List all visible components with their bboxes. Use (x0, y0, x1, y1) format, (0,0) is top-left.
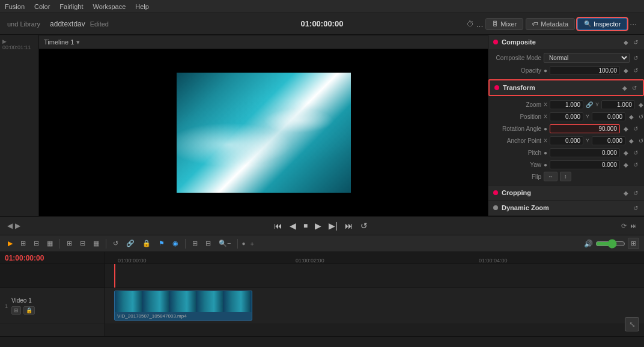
pitch-value[interactable] (550, 148, 620, 157)
flag-btn[interactable]: ⚑ (156, 238, 168, 249)
dynamic-trim-tool[interactable]: ⊟ (31, 238, 42, 249)
fx2-btn[interactable]: ⊟ (202, 238, 214, 249)
position-x-value[interactable] (550, 112, 583, 121)
menu-help[interactable]: Help (135, 3, 149, 10)
slide-tool[interactable]: ⊟ (77, 238, 88, 249)
volume-slider[interactable] (595, 239, 625, 249)
menu-color[interactable]: Color (34, 3, 50, 10)
video-clip[interactable]: VID_20170507_105847003.mp4 (114, 291, 252, 321)
empty-ruler-space (105, 264, 644, 288)
flip-horizontal-btn[interactable]: ↔ (544, 172, 557, 181)
menu-fairlight[interactable]: Fairlight (59, 3, 83, 10)
more-options-icon[interactable]: ... (476, 19, 484, 29)
cropping-reset-btn[interactable]: ↺ (632, 190, 639, 196)
color-btn[interactable]: ◉ (169, 238, 181, 249)
pitch-row: Pitch ● ◆ ↺ (488, 146, 644, 158)
metadata-button[interactable]: 🏷 Metadata (526, 18, 575, 30)
composite-header[interactable]: Composite ◆ ↺ (488, 35, 644, 49)
yaw-value[interactable] (550, 160, 620, 169)
transform-reset-btn[interactable]: ↺ (631, 85, 638, 91)
opacity-reset[interactable]: ↺ (632, 67, 639, 74)
trim-tool[interactable]: ⊞ (17, 238, 29, 249)
transform-section: Transform ◆ ↺ Zoom X 🔗 Y ◆ ↺ (488, 79, 644, 186)
yaw-dot: ● (544, 161, 547, 168)
slip-tool[interactable]: ⊞ (64, 238, 75, 249)
prev-frame-btn[interactable]: ◀ (288, 221, 297, 231)
rotation-reset[interactable]: ↺ (632, 125, 639, 132)
loop-btn[interactable]: ↺ (359, 221, 369, 231)
composite-mode-select[interactable]: Normal (544, 53, 630, 63)
zoom-y-value[interactable] (601, 100, 635, 109)
anchor-y-value[interactable] (592, 136, 625, 145)
dynamic-zoom-header[interactable]: Dynamic Zoom ↺ (488, 201, 644, 215)
preview-column: Timeline 1 ▾ (39, 35, 488, 216)
fullscreen-btn[interactable]: ⊞ (628, 238, 639, 249)
add-btn[interactable]: + (247, 238, 257, 249)
track-lock-btn[interactable]: 🔒 (23, 306, 35, 315)
pos-x-label: X (544, 113, 547, 119)
rotation-keyframe[interactable]: ◆ (622, 125, 630, 132)
header-more-dots[interactable]: ··· (630, 19, 637, 29)
anchor-x-value[interactable] (550, 136, 583, 145)
snap-tool[interactable]: ↺ (110, 238, 121, 249)
inspector-button[interactable]: 🔍 Inspector (577, 18, 627, 30)
zoom-keyframe[interactable]: ◆ (637, 101, 644, 108)
main-content: ▶ 00:00:01:11 Timeline 1 ▾ Composite ◆ ↺ (0, 35, 644, 216)
position-reset[interactable]: ↺ (637, 113, 644, 120)
lock-tool[interactable]: 🔒 (139, 238, 154, 249)
mixer-button[interactable]: 🎛 Mixer (485, 18, 523, 30)
cropping-keyframe-btn[interactable]: ◆ (622, 190, 630, 196)
source-label: ▶ 00:00:01:11 (2, 38, 36, 50)
composite-section: Composite ◆ ↺ Composite Mode Normal ↺ Op… (488, 35, 644, 79)
opacity-keyframe[interactable]: ◆ (622, 67, 630, 74)
pitch-keyframe[interactable]: ◆ (622, 149, 630, 156)
blade-tool[interactable]: ▦ (44, 238, 56, 249)
timeline-chevron[interactable]: ▾ (76, 38, 80, 46)
transform-header[interactable]: Transform ◆ ↺ (488, 79, 644, 96)
rotation-dot: ● (544, 125, 547, 132)
zoom-x-label: X (544, 101, 547, 107)
position-y-value[interactable] (592, 112, 625, 121)
yaw-keyframe[interactable]: ◆ (622, 161, 630, 168)
stabilization-header[interactable]: Stabilization ↺ (488, 216, 644, 216)
anchor-keyframe[interactable]: ◆ (628, 137, 635, 144)
mixer-icon: 🎛 (492, 20, 498, 27)
bottom-bar (0, 336, 644, 347)
select-tool[interactable]: ▶ (5, 238, 16, 249)
composite-reset-btn[interactable]: ↺ (632, 39, 639, 46)
playhead (114, 264, 115, 288)
yaw-reset[interactable]: ↺ (632, 161, 639, 168)
composite-mode-label: Composite Mode (493, 55, 541, 61)
anchor-reset[interactable]: ↺ (637, 137, 644, 144)
dynamic-zoom-reset-btn[interactable]: ↺ (632, 205, 639, 211)
preview-area (39, 49, 488, 216)
rotation-value[interactable] (550, 124, 620, 133)
pitch-reset[interactable]: ↺ (632, 149, 639, 156)
video-preview (177, 73, 351, 193)
expand-timeline-btn[interactable]: ⤡ (625, 317, 639, 331)
track-settings-btn[interactable]: ⊞ (11, 306, 21, 315)
menu-fusion[interactable]: Fusion (5, 3, 25, 10)
cropping-header[interactable]: Cropping ◆ ↺ (488, 186, 644, 200)
fx-btn[interactable]: ⊞ (189, 238, 201, 249)
stop-btn[interactable]: ■ (302, 222, 309, 230)
composite-mode-reset[interactable]: ↺ (632, 55, 639, 61)
next-frame-btn[interactable]: ▶| (327, 221, 339, 231)
nav-right-icon: ▶ (15, 222, 20, 230)
composite-keyframe-btn[interactable]: ◆ (622, 39, 630, 46)
zoom-x-value[interactable] (550, 100, 583, 109)
flip-vertical-btn[interactable]: ↕ (560, 172, 571, 181)
transform-dot (494, 85, 499, 90)
skip-to-start-btn[interactable]: ⏮ (273, 221, 284, 231)
transform-keyframe-btn[interactable]: ◆ (621, 85, 628, 91)
play-btn[interactable]: ▶ (314, 221, 323, 231)
skip-to-end-btn[interactable]: ⏭ (344, 221, 354, 231)
position-keyframe[interactable]: ◆ (628, 113, 635, 120)
zoom-btn[interactable]: 🔍− (216, 238, 234, 249)
pos-y-label: Y (586, 113, 589, 119)
menu-workspace[interactable]: Workspace (93, 3, 126, 10)
opacity-value[interactable] (550, 66, 620, 75)
roll-tool[interactable]: ▦ (90, 238, 102, 249)
video-track-content: VID_20170507_105847003.mp4 (105, 288, 644, 324)
link-tool[interactable]: 🔗 (123, 238, 138, 249)
